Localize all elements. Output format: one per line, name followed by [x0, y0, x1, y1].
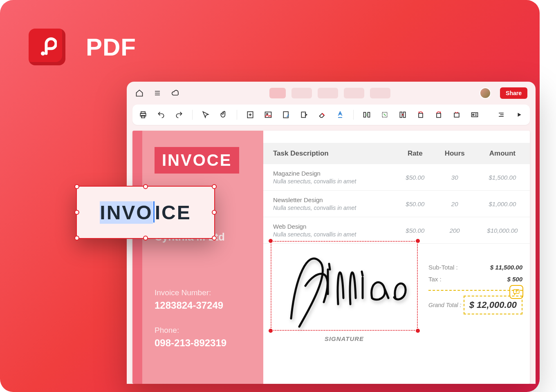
resize-handle[interactable] [268, 238, 274, 244]
redo-icon[interactable] [174, 110, 184, 120]
home-icon[interactable] [135, 89, 144, 98]
svg-rect-20 [400, 112, 402, 117]
rotate-right-icon[interactable] [434, 110, 444, 120]
export-icon[interactable] [299, 110, 309, 120]
comment-icon[interactable]: $ [509, 285, 523, 299]
menu-icon[interactable] [153, 89, 162, 98]
col-rate: Rate [396, 143, 435, 164]
invoice-table: Task Description Rate Hours Amount Magaz… [263, 143, 530, 244]
svg-rect-23 [419, 114, 423, 118]
resize-handle[interactable] [143, 236, 148, 241]
svg-rect-15 [364, 112, 366, 117]
resize-handle[interactable] [212, 236, 217, 241]
col-hours: Hours [435, 143, 475, 164]
table-row: Magazine DesignNulla senectus, convallis… [263, 164, 530, 191]
svg-text:$: $ [516, 290, 518, 293]
image-icon[interactable] [263, 110, 273, 120]
avatar[interactable] [480, 87, 491, 99]
edit-page-icon[interactable] [281, 110, 291, 120]
resize-handle[interactable] [74, 184, 79, 189]
svg-rect-21 [404, 112, 406, 117]
tab-placeholder [269, 88, 286, 98]
split-icon[interactable] [398, 110, 408, 120]
svg-rect-13 [301, 112, 305, 117]
print-icon[interactable] [138, 110, 148, 120]
resize-handle[interactable] [212, 210, 217, 215]
app-logo [29, 29, 65, 65]
add-page-icon[interactable] [245, 110, 255, 120]
invoice-number-label: Invoice Number: [155, 288, 249, 297]
tax-value: $ 500 [507, 276, 522, 283]
signature-selection[interactable]: SIGNATURE [271, 241, 418, 331]
undo-icon[interactable] [156, 110, 166, 120]
svg-rect-24 [437, 114, 441, 118]
invoice-badge: INVOCE [155, 147, 239, 174]
tab-placeholder [318, 88, 338, 98]
resize-handle[interactable] [415, 238, 421, 244]
subtotal-value: $ 11,500.00 [490, 264, 522, 271]
resize-handle[interactable] [268, 328, 274, 334]
phone-value: 098-213-892319 [155, 337, 249, 349]
highlight-icon[interactable] [335, 110, 345, 120]
svg-rect-12 [283, 112, 288, 118]
hand-icon[interactable] [219, 110, 229, 120]
pointer-icon[interactable] [201, 110, 211, 120]
col-task: Task Description [263, 143, 396, 164]
subtotal-label: Sub-Total : [428, 264, 458, 271]
text-rest: ICE [155, 201, 191, 224]
signature-image [275, 237, 414, 331]
play-icon[interactable] [514, 110, 524, 120]
svg-point-22 [402, 114, 403, 115]
tab-placeholder [370, 88, 390, 98]
signature-label: SIGNATURE [271, 335, 418, 342]
grand-total-label: Grand Total : [428, 302, 461, 308]
cloud-icon[interactable] [171, 89, 180, 98]
id-card-icon[interactable] [470, 110, 480, 120]
resize-handle[interactable] [415, 328, 421, 334]
text-caret [153, 201, 155, 223]
tab-placeholder [344, 88, 364, 98]
tab-placeholder [291, 88, 312, 98]
svg-point-27 [473, 114, 474, 115]
settings-icon[interactable] [496, 110, 506, 120]
svg-rect-25 [454, 113, 459, 117]
compare-icon[interactable] [362, 110, 372, 120]
resize-handle[interactable] [143, 184, 148, 189]
svg-rect-10 [265, 112, 271, 117]
resize-handle[interactable] [74, 236, 79, 241]
tax-label: Tax : [428, 276, 442, 283]
share-button[interactable]: Share [500, 87, 527, 99]
table-row: Newsletter DesignNulla senectus, convall… [263, 191, 530, 217]
text-selection: INVO [100, 201, 152, 224]
eraser-icon[interactable] [317, 110, 327, 120]
col-amount: Amount [475, 143, 530, 164]
invoice-number-value: 1283824-37249 [155, 300, 249, 311]
svg-rect-16 [368, 112, 370, 117]
rotate-left-icon[interactable] [416, 110, 426, 120]
svg-point-0 [41, 51, 45, 56]
text-edit-overlay[interactable]: INVOICE [76, 186, 215, 239]
brand-title: PDF [86, 33, 136, 61]
resize-handle[interactable] [212, 184, 217, 189]
resize-handle[interactable] [74, 210, 79, 215]
crop-icon[interactable] [380, 110, 390, 120]
phone-label: Phone: [155, 326, 249, 335]
replace-icon[interactable] [452, 110, 462, 120]
toolbar [132, 105, 530, 125]
